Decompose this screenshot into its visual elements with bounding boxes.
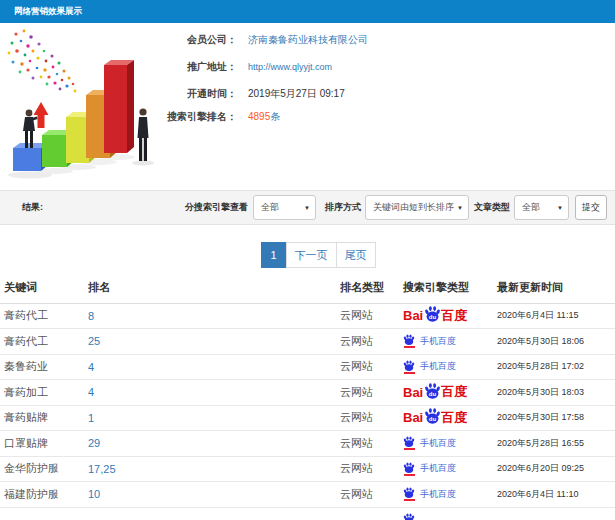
rank-type-cell: 云网站	[336, 303, 399, 329]
mobile-baidu-paw-icon	[403, 513, 415, 520]
select-caret-icon: ▼	[301, 205, 310, 211]
keyword-cell: 膏药代工	[0, 329, 84, 355]
mobile-baidu-logo: 手机百度	[403, 360, 456, 374]
submit-button[interactable]: 提交	[575, 195, 607, 220]
mobile-baidu-paw-icon	[403, 436, 415, 450]
engine-type-cell: Bai du 百度	[399, 482, 493, 508]
article-type-label: 文章类型	[474, 201, 510, 214]
engine-type-cell: Bai du 百度	[399, 456, 493, 482]
col-keyword: 关键词	[0, 273, 84, 303]
keyword-cell: 膏药代工	[0, 303, 84, 329]
mobile-baidu-logo: 手机百度	[403, 334, 456, 348]
rank-link[interactable]: 4	[88, 361, 94, 373]
mobile-baidu-logo: 手机百度	[403, 436, 456, 450]
rank-type-cell: 云网站	[336, 456, 399, 482]
keyword-cell: 膏药贴牌	[0, 405, 84, 431]
table-row: 金华防护服 17,25 云网站 Bai du 百度	[0, 456, 615, 482]
table-row: Bai du 百度	[0, 507, 615, 520]
engine-type-cell: Bai du 百度	[399, 405, 493, 431]
baidu-logo: Bai du 百度	[403, 307, 467, 325]
engine-type-cell: Bai du 百度	[399, 303, 493, 329]
baidu-logo: Bai du 百度	[403, 409, 467, 427]
keyword-cell: 口罩贴牌	[0, 431, 84, 457]
mobile-baidu-paw-icon	[403, 462, 415, 476]
result-label: 结果:	[22, 201, 43, 214]
table-row: 膏药贴牌 1 云网站 Bai du 百度	[0, 405, 615, 431]
sort-select[interactable]: 关键词由短到长排序▼	[365, 195, 469, 220]
results-table: 关键词 排名 排名类型 搜索引擎类型 最新更新时间 膏药代工 8 云网站 Bai…	[0, 273, 615, 520]
mobile-baidu-paw-icon	[403, 487, 415, 501]
update-time-cell	[493, 507, 615, 520]
rank-link[interactable]: 1	[88, 412, 94, 424]
update-time-cell: 2020年6月4日 11:15	[493, 303, 615, 329]
table-row: 膏药代工 25 云网站 Bai du 百度	[0, 329, 615, 355]
rank-link[interactable]: 29	[88, 437, 100, 449]
rank-type-cell: 云网站	[336, 354, 399, 380]
engine-select[interactable]: 全部▼	[253, 195, 316, 220]
mobile-baidu-logo	[403, 513, 420, 520]
mobile-baidu-label: 手机百度	[420, 360, 456, 373]
rank-link[interactable]: 25	[88, 335, 100, 347]
select-caret-icon: ▼	[554, 205, 563, 211]
engine-type-cell: Bai du 百度	[399, 507, 493, 520]
update-time-cell: 2020年5月30日 18:06	[493, 329, 615, 355]
update-time-cell: 2020年5月30日 18:03	[493, 380, 615, 406]
mobile-baidu-paw-icon	[403, 360, 415, 374]
company-link[interactable]: 济南秦鲁药业科技有限公司	[248, 33, 368, 47]
update-time-cell: 2020年5月28日 16:55	[493, 431, 615, 457]
keyword-cell: 秦鲁药业	[0, 354, 84, 380]
keyword-cell: 金华防护服	[0, 456, 84, 482]
col-rank: 排名	[84, 273, 336, 303]
keyword-cell: 福建防护服	[0, 482, 84, 508]
mobile-baidu-logo: 手机百度	[403, 487, 456, 501]
col-rank-type: 排名类型	[336, 273, 399, 303]
mobile-baidu-label: 手机百度	[420, 462, 456, 475]
keyword-cell	[0, 507, 84, 520]
rank-count-number: 4895	[248, 111, 270, 122]
engine-type-cell: Bai du 百度	[399, 431, 493, 457]
update-time-cell: 2020年6月20日 09:25	[493, 456, 615, 482]
rank-link[interactable]: 10	[88, 488, 100, 500]
rank-link[interactable]: 17,25	[88, 463, 116, 475]
baidu-paw-icon: du	[424, 382, 441, 399]
baidu-paw-icon: du	[424, 407, 441, 424]
rank-link[interactable]: 4	[88, 386, 94, 398]
engine-type-cell: Bai du 百度	[399, 380, 493, 406]
update-time-cell: 2020年5月28日 17:02	[493, 354, 615, 380]
engine-type-cell: Bai du 百度	[399, 329, 493, 355]
svg-text:du: du	[429, 314, 437, 320]
table-row: 秦鲁药业 4 云网站 Bai du 百度	[0, 354, 615, 380]
baidu-paw-icon: du	[424, 305, 441, 322]
table-row: 膏药加工 4 云网站 Bai du 百度	[0, 380, 615, 406]
page-1-button[interactable]: 1	[261, 242, 287, 268]
mobile-baidu-label: 手机百度	[420, 335, 456, 348]
col-update-time: 最新更新时间	[493, 273, 615, 303]
update-time-cell: 2020年5月30日 17:58	[493, 405, 615, 431]
last-page-button[interactable]: 尾页	[336, 242, 376, 268]
rank-type-cell: 云网站	[336, 431, 399, 457]
next-page-button[interactable]: 下一页	[286, 242, 337, 268]
rank-link[interactable]: 8	[88, 310, 94, 322]
engine-filter-label: 分搜索引擎查看	[185, 201, 248, 214]
table-row: 口罩贴牌 29 云网站 Bai du 百度	[0, 431, 615, 457]
page-title: 网络营销效果展示	[0, 0, 615, 23]
rank-type-cell: 云网站	[336, 329, 399, 355]
rank-type-cell: 云网站	[336, 405, 399, 431]
svg-text:du: du	[429, 416, 437, 422]
growth-chart-illustration	[0, 27, 175, 187]
promo-url-link[interactable]: http://www.qlyyjt.com	[248, 62, 332, 72]
table-body: 膏药代工 8 云网站 Bai du 百度	[0, 303, 615, 520]
table-row: 膏药代工 8 云网站 Bai du 百度	[0, 303, 615, 329]
info-section: 会员公司： 济南秦鲁药业科技有限公司 推广地址： http://www.qlyy…	[0, 23, 615, 190]
col-engine-type: 搜索引擎类型	[399, 273, 493, 303]
rank-type-cell	[336, 507, 399, 520]
article-type-select[interactable]: 全部▼	[514, 195, 569, 220]
mobile-baidu-label: 手机百度	[420, 488, 456, 501]
mobile-baidu-logo: 手机百度	[403, 462, 456, 476]
sort-label: 排序方式	[325, 201, 361, 214]
rank-type-cell: 云网站	[336, 482, 399, 508]
filter-bar: 结果: 分搜索引擎查看 全部▼ 排序方式 关键词由短到长排序▼ 文章类型 全部▼…	[0, 190, 615, 225]
open-time-value: 2019年5月27日 09:17	[248, 87, 345, 101]
table-row: 福建防护服 10 云网站 Bai du 百度	[0, 482, 615, 508]
svg-text:du: du	[429, 391, 437, 397]
